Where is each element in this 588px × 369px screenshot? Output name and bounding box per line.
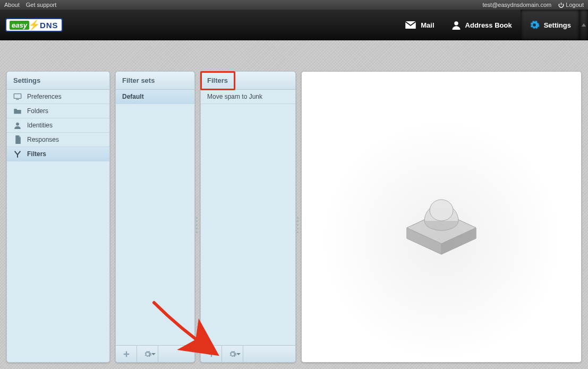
support-link[interactable]: Get support: [26, 2, 56, 8]
gear-icon: [228, 350, 237, 358]
monitor-icon: [13, 93, 22, 100]
splitter-handle[interactable]: [196, 217, 198, 233]
filter-icon: [13, 150, 22, 158]
filter-label: Move spam to Junk: [207, 90, 262, 104]
gear-icon: [143, 350, 152, 358]
svg-rect-3: [16, 99, 19, 100]
svg-rect-7: [123, 353, 129, 354]
filterset-label: Default: [122, 90, 144, 104]
plus-icon: [123, 350, 130, 358]
add-filterset-button[interactable]: [116, 346, 137, 362]
svg-point-4: [16, 123, 19, 126]
filter-item[interactable]: Move spam to Junk: [201, 90, 295, 104]
settings-nav-label: Filters: [27, 147, 46, 161]
content-area: [301, 71, 582, 363]
mail-icon: [405, 21, 416, 29]
filterset-actions-button[interactable]: [137, 346, 158, 362]
filters-footer: [201, 345, 295, 362]
settings-panel: Settings PreferencesFoldersIdentitiesRes…: [6, 71, 110, 363]
filtersets-footer: [116, 345, 194, 362]
filter-actions-button[interactable]: [222, 346, 243, 362]
tab-mail[interactable]: Mail: [396, 10, 442, 40]
settings-nav-item[interactable]: Filters: [7, 147, 109, 161]
settings-nav-label: Responses: [27, 133, 59, 147]
person-icon: [451, 20, 461, 30]
logout-link[interactable]: Logout: [558, 2, 584, 8]
settings-nav-label: Identities: [27, 118, 53, 133]
logo-easy: easy: [10, 21, 29, 30]
settings-nav-label: Preferences: [27, 90, 62, 104]
tab-addressbook-label: Address Book: [465, 21, 512, 29]
main-toolbar: easy ⚡ DNS Mail Address Book Settings: [0, 10, 588, 40]
svg-point-1: [454, 21, 458, 25]
user-email[interactable]: test@easydnsdomain.com: [482, 2, 551, 8]
filtersets-panel-title: Filter sets: [116, 72, 194, 90]
filters-list: Move spam to Junk: [201, 90, 295, 104]
tab-settings[interactable]: Settings: [521, 10, 580, 40]
bolt-icon: ⚡: [28, 21, 40, 29]
filterset-item[interactable]: Default: [116, 90, 194, 104]
tab-settings-label: Settings: [544, 21, 571, 29]
filters-panel-title: Filters: [201, 72, 295, 90]
workspace: Settings PreferencesFoldersIdentitiesRes…: [0, 40, 588, 369]
about-link[interactable]: About: [4, 2, 20, 8]
chevron-up-icon: [582, 23, 586, 27]
settings-dropdown-toggle[interactable]: [580, 10, 588, 40]
gear-icon: [529, 20, 540, 30]
tab-addressbook[interactable]: Address Book: [443, 10, 521, 40]
settings-nav-item[interactable]: Identities: [7, 118, 109, 133]
folder-icon: [13, 107, 22, 115]
svg-rect-2: [14, 94, 21, 99]
power-icon: [558, 2, 564, 8]
add-filter-button[interactable]: [201, 346, 222, 362]
tab-mail-label: Mail: [421, 21, 434, 29]
utility-bar: About Get support test@easydnsdomain.com…: [0, 0, 588, 10]
filtersets-panel: Filter sets Default: [115, 71, 195, 363]
settings-nav-item[interactable]: Folders: [7, 104, 109, 118]
svg-rect-9: [208, 353, 214, 354]
settings-nav-item[interactable]: Preferences: [7, 90, 109, 104]
plus-icon: [208, 350, 215, 358]
logo-dns: DNS: [40, 21, 58, 30]
settings-nav-label: Folders: [27, 104, 48, 118]
filtersets-list: Default: [116, 90, 194, 104]
splitter-handle[interactable]: [297, 217, 299, 233]
settings-panel-title: Settings: [7, 72, 109, 90]
settings-nav-item[interactable]: Responses: [7, 133, 109, 147]
filters-panel: Filters Move spam to Junk: [200, 71, 296, 363]
doc-icon: [13, 135, 22, 144]
settings-nav-list: PreferencesFoldersIdentitiesResponsesFil…: [7, 90, 109, 161]
person-icon: [13, 122, 22, 129]
brand-logo[interactable]: easy ⚡ DNS: [5, 18, 63, 32]
